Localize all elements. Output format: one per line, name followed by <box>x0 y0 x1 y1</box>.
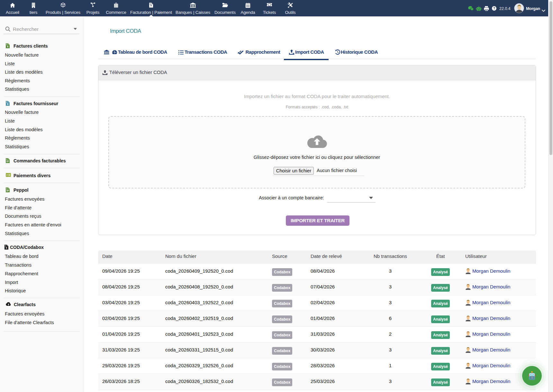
svg-text:$: $ <box>6 247 7 249</box>
svg-text:$: $ <box>7 45 8 48</box>
svg-text:$: $ <box>150 4 152 7</box>
svg-text:$: $ <box>7 103 8 105</box>
svg-text:?: ? <box>493 7 495 10</box>
